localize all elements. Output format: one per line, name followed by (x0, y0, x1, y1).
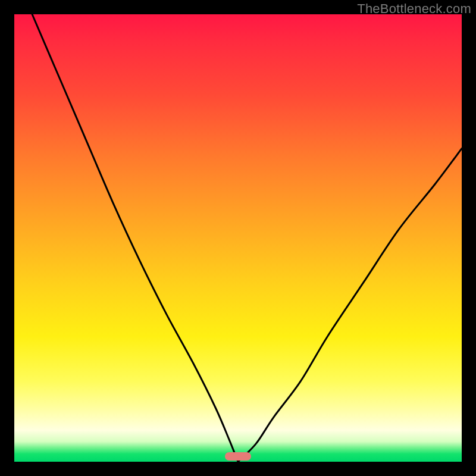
bottleneck-curve (14, 14, 462, 462)
curve-path (32, 14, 462, 464)
chart-frame (14, 14, 462, 462)
optimal-point-marker (225, 452, 251, 461)
